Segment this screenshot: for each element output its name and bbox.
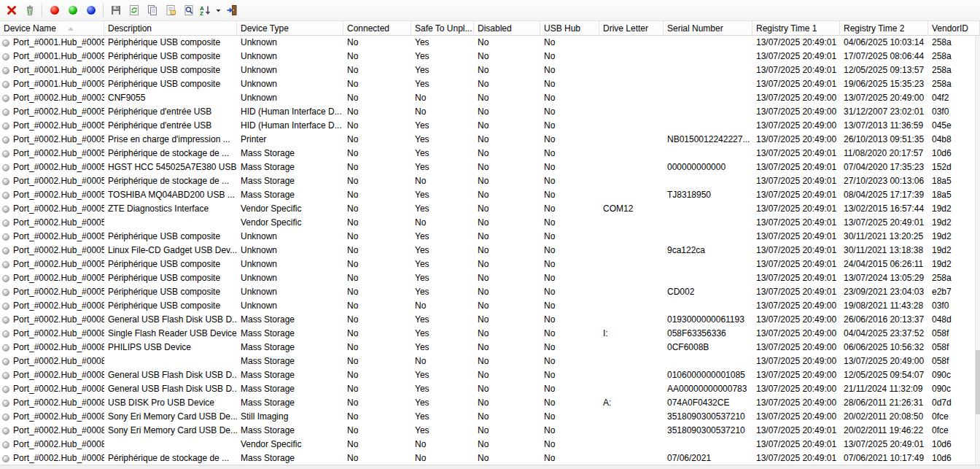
cell-registry_time1: 13/07/2025 20:49:01 (752, 160, 840, 174)
cell-safe_to_unplug: No (411, 354, 474, 368)
cell-device_name: Port_#0001.Hub_#0009 (0, 50, 104, 63)
device-row[interactable]: Port_#0002.Hub_#0008Sony Eri Memory Card… (0, 410, 980, 424)
cell-device_name: Port_#0002.Hub_#0005 (0, 257, 104, 271)
device-row[interactable]: Port_#0002.Hub_#0008General USB Flash Di… (0, 368, 980, 382)
find-button[interactable] (179, 1, 198, 19)
device-row[interactable]: Port_#0002.Hub_#0008USB DISK Pro USB Dev… (0, 396, 980, 410)
cell-disabled: No (474, 133, 540, 147)
cell-vendor_id: 058f (928, 341, 980, 354)
restart-device-icon (87, 6, 96, 15)
cell-connected: No (343, 63, 411, 77)
cell-device_type: Vendor Specific (237, 438, 343, 451)
column-header-label: Registry Time 2 (844, 22, 904, 36)
cell-disabled: No (474, 438, 540, 451)
scrollbar-thumb[interactable] (976, 350, 980, 415)
device-row[interactable]: Port_#0001.Hub_#0009Périphérique USB com… (0, 77, 980, 91)
device-row[interactable]: Port_#0002.Hub_#0008Vendor SpecificNoNoN… (0, 438, 980, 451)
uninstall-device-button[interactable] (2, 1, 20, 19)
cell-serial_number (664, 36, 752, 50)
device-row[interactable]: Port_#0002.Hub_#0005ZTE Diagnostics Inte… (0, 202, 980, 216)
properties-icon (165, 4, 176, 16)
column-header-connected[interactable]: Connected (343, 21, 411, 36)
cell-device_type: Mass Storage (237, 313, 343, 327)
usb-device-icon (2, 358, 9, 365)
cell-usb_hub: No (540, 271, 599, 285)
device-name-label: Port_#0002.Hub_#0005 (13, 285, 104, 299)
device-row[interactable]: Port_#0002.Hub_#0008Single Flash Reader … (0, 327, 980, 341)
cell-usb_hub: No (540, 257, 599, 271)
vertical-scrollbar[interactable] (975, 36, 980, 466)
save-button[interactable] (106, 1, 125, 19)
device-row[interactable]: Port_#0002.Hub_#0005TOSHIBA MQ04ABD200 U… (0, 188, 980, 202)
device-row[interactable]: Port_#0002.Hub_#0005Périphérique USB com… (0, 230, 980, 244)
column-header-device_name[interactable]: Device Name (0, 21, 104, 36)
device-row[interactable]: Port_#0001.Hub_#0009Périphérique USB com… (0, 63, 980, 77)
device-row[interactable]: Port_#0002.Hub_#0005Périphérique USB com… (0, 257, 980, 271)
device-row[interactable]: Port_#0002.Hub_#0008General USB Flash Di… (0, 382, 980, 396)
column-header-vendor_id[interactable]: VendorID (928, 21, 980, 36)
column-header-registry_time1[interactable]: Registry Time 1 (752, 21, 840, 36)
cell-device_name: Port_#0002.Hub_#0005 (0, 119, 104, 133)
device-row[interactable]: Port_#0002.Hub_#0005Prise en charge d'im… (0, 133, 980, 147)
device-row[interactable]: Port_#0002.Hub_#0005Périphérique USB com… (0, 285, 980, 299)
restart-device-button[interactable] (82, 1, 100, 19)
device-row[interactable]: Port_#0001.Hub_#0009Périphérique USB com… (0, 50, 980, 63)
column-header-serial_number[interactable]: Serial Number (664, 21, 752, 36)
cell-registry_time1: 13/07/2025 20:49:01 (752, 230, 840, 244)
cell-device_type: HID (Human Interface D... (237, 105, 343, 119)
cell-usb_hub: No (540, 438, 599, 451)
properties-button[interactable] (161, 1, 179, 19)
usb-device-icon (2, 330, 9, 338)
cell-device_name: Port_#0002.Hub_#0008 (0, 451, 104, 465)
cell-drive_letter (599, 77, 664, 91)
enable-device-button[interactable] (63, 1, 82, 19)
column-header-description[interactable]: Description (104, 21, 237, 36)
device-row[interactable]: Port_#0002.Hub_#0003CNF9055UnknownNoNoNo… (0, 91, 980, 105)
device-row[interactable]: Port_#0002.Hub_#0005Périphérique de stoc… (0, 174, 980, 188)
column-header-usb_hub[interactable]: USB Hub (540, 21, 599, 36)
device-row[interactable]: Port_#0002.Hub_#0005HGST HCC 545025A7E38… (0, 160, 980, 174)
device-row[interactable]: Port_#0002.Hub_#0005Vendor SpecificNoNoN… (0, 216, 980, 230)
column-header-registry_time2[interactable]: Registry Time 2 (840, 21, 928, 36)
copy-button[interactable] (143, 1, 161, 19)
cell-drive_letter (599, 257, 664, 271)
cell-device_type: Unknown (237, 91, 343, 105)
device-row[interactable]: Port_#0002.Hub_#0008Périphérique USB com… (0, 299, 980, 313)
device-row[interactable]: Port_#0002.Hub_#0008Périphérique de stoc… (0, 451, 980, 465)
device-row[interactable]: Port_#0002.Hub_#0005Périphérique de stoc… (0, 147, 980, 160)
device-row[interactable]: Port_#0002.Hub_#0005Périphérique USB com… (0, 271, 980, 285)
cell-registry_time2: 04/04/2025 23:37:52 (840, 327, 928, 341)
device-row[interactable]: Port_#0002.Hub_#0008Sony Eri Memory Card… (0, 424, 980, 438)
device-row[interactable]: Port_#0001.Hub_#0009Périphérique USB com… (0, 36, 980, 50)
cell-drive_letter (599, 285, 664, 299)
sort-button[interactable]: A Z (198, 1, 222, 19)
column-header-label: USB Hub (544, 22, 580, 36)
device-row[interactable]: Port_#0002.Hub_#0008Mass StorageNoNoNoNo… (0, 354, 980, 368)
refresh-button[interactable] (125, 1, 143, 19)
exit-button[interactable] (222, 1, 241, 19)
column-header-label: Device Type (241, 22, 289, 36)
device-row[interactable]: Port_#0002.Hub_#0005Linux File-CD Gadget… (0, 244, 980, 257)
cell-connected: No (343, 50, 411, 63)
cell-description: USB DISK Pro USB Device (104, 396, 237, 410)
recycle-bin-button[interactable] (20, 1, 39, 19)
cell-usb_hub: No (540, 50, 599, 63)
device-row[interactable]: Port_#0002.Hub_#0005Périphérique d'entré… (0, 105, 980, 119)
cell-disabled: No (474, 257, 540, 271)
device-name-label: Port_#0002.Hub_#0008 (13, 410, 104, 424)
column-header-safe_to_unplug[interactable]: Safe To Unpl... (411, 21, 474, 36)
device-row[interactable]: Port_#0002.Hub_#0008General USB Flash Di… (0, 313, 980, 327)
disable-device-button[interactable] (45, 1, 63, 19)
svg-text:Z: Z (200, 10, 203, 16)
column-header-drive_letter[interactable]: Drive Letter (599, 21, 664, 36)
device-row[interactable]: Port_#0002.Hub_#0008PHILIPS USB DeviceMa… (0, 341, 980, 354)
cell-device_name: Port_#0001.Hub_#0009 (0, 63, 104, 77)
device-row[interactable]: Port_#0002.Hub_#0005Périphérique d'entré… (0, 119, 980, 133)
column-header-device_type[interactable]: Device Type (237, 21, 343, 36)
cell-description: Sony Eri Memory Card USB De... (104, 410, 237, 424)
cell-safe_to_unplug: Yes (411, 77, 474, 91)
usb-device-icon (2, 289, 9, 296)
column-header-disabled[interactable]: Disabled (474, 21, 540, 36)
device-name-label: Port_#0002.Hub_#0008 (13, 382, 104, 396)
cell-safe_to_unplug: No (411, 451, 474, 465)
